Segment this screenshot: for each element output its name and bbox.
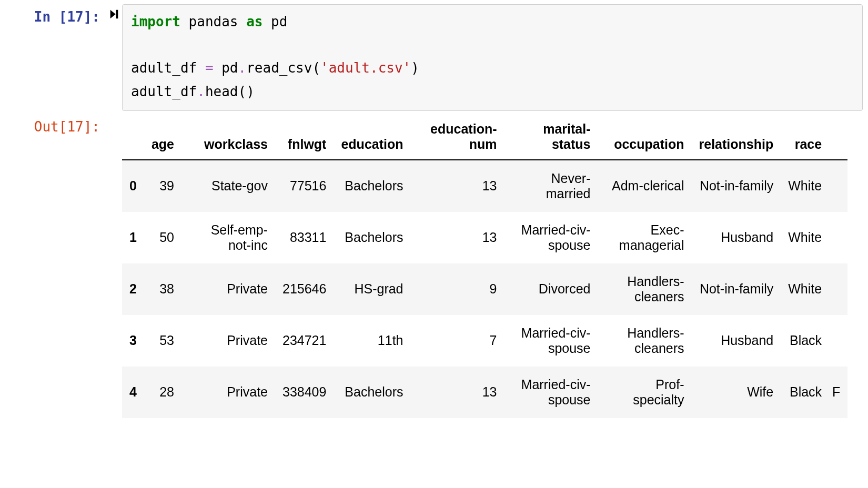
code-token: .: [197, 84, 205, 99]
run-cell-gutter[interactable]: [106, 4, 122, 111]
run-to-end-icon[interactable]: [108, 9, 120, 24]
code-editor[interactable]: import pandas as pd adult_df = pd.read_c…: [122, 4, 863, 111]
table-cell: White: [781, 212, 829, 263]
in-prompt: In [17]:: [5, 4, 106, 111]
code-token: .: [238, 60, 247, 76]
gutter-spacer: [106, 114, 122, 418]
table-cell: 38: [144, 263, 181, 315]
table-cell: Never-married: [504, 160, 598, 212]
table-cell: 215646: [275, 263, 334, 315]
table-cell: Not-in-family: [692, 263, 781, 315]
table-cell: Private: [181, 367, 275, 418]
table-cell: 7: [411, 315, 504, 367]
table-row: 238Private215646HS-grad9DivorcedHandlers…: [122, 263, 847, 315]
table-cell: Handlers-cleaners: [598, 315, 692, 367]
column-header: education: [334, 114, 410, 160]
table-cell: 77516: [275, 160, 334, 212]
table-cell: 9: [411, 263, 504, 315]
table-cell: Private: [181, 315, 275, 367]
row-index: 1: [122, 212, 144, 263]
table-cell: Not-in-family: [692, 160, 781, 212]
table-cell-partial: [829, 263, 847, 315]
table-cell: Wife: [692, 367, 781, 418]
table-cell: Married-civ-spouse: [504, 315, 598, 367]
svg-rect-0: [116, 10, 118, 19]
table-cell: Black: [781, 315, 829, 367]
table-cell: 39: [144, 160, 181, 212]
column-header: relationship: [692, 114, 781, 160]
column-header: fnlwgt: [275, 114, 334, 160]
table-cell: Bachelors: [334, 367, 410, 418]
table-cell: Husband: [692, 315, 781, 367]
column-header: marital-status: [504, 114, 598, 160]
index-header: [122, 114, 144, 160]
column-header: race: [781, 114, 829, 160]
table-cell-partial: F: [829, 367, 847, 418]
table-header-row: ageworkclassfnlwgteducationeducation-num…: [122, 114, 847, 160]
table-cell: 234721: [275, 315, 334, 367]
in-prompt-label: In [17]:: [34, 9, 100, 25]
output-cell: Out[17]: ageworkclassfnlwgteducationeduc…: [5, 114, 863, 418]
table-cell: Bachelors: [334, 160, 410, 212]
column-header: workclass: [181, 114, 275, 160]
dataframe-scroll-container[interactable]: ageworkclassfnlwgteducationeducation-num…: [122, 114, 863, 418]
table-cell: Black: [781, 367, 829, 418]
column-header: education-num: [411, 114, 504, 160]
code-token: import: [131, 14, 180, 29]
table-cell: 13: [411, 212, 504, 263]
table-cell: Self-emp-not-inc: [181, 212, 275, 263]
notebook: In [17]: import pandas as pd adult_df = …: [0, 0, 868, 429]
table-cell: Private: [181, 263, 275, 315]
table-row: 150Self-emp-not-inc83311Bachelors13Marri…: [122, 212, 847, 263]
table-cell: Exec-managerial: [598, 212, 692, 263]
table-cell: Adm-clerical: [598, 160, 692, 212]
table-cell-partial: [829, 160, 847, 212]
table-cell: 338409: [275, 367, 334, 418]
code-token: =: [205, 60, 214, 76]
table-cell: State-gov: [181, 160, 275, 212]
row-index: 2: [122, 263, 144, 315]
row-index: 4: [122, 367, 144, 418]
row-index: 3: [122, 315, 144, 367]
column-header: age: [144, 114, 181, 160]
table-cell: 53: [144, 315, 181, 367]
table-row: 353Private23472111th7Married-civ-spouseH…: [122, 315, 847, 367]
dataframe-table: ageworkclassfnlwgteducationeducation-num…: [122, 114, 847, 418]
code-token: 'adult.csv': [320, 60, 411, 76]
out-prompt: Out[17]:: [5, 114, 106, 418]
table-cell: Married-civ-spouse: [504, 212, 598, 263]
table-cell: Prof-specialty: [598, 367, 692, 418]
column-header-partial: [829, 114, 847, 160]
table-row: 428Private338409Bachelors13Married-civ-s…: [122, 367, 847, 418]
table-body: 039State-gov77516Bachelors13Never-marrie…: [122, 160, 847, 418]
table-cell: 28: [144, 367, 181, 418]
table-cell: Married-civ-spouse: [504, 367, 598, 418]
row-index: 0: [122, 160, 144, 212]
table-cell: 83311: [275, 212, 334, 263]
code-token: as: [246, 14, 263, 29]
out-prompt-label: Out[17]:: [34, 119, 100, 135]
table-cell-partial: [829, 212, 847, 263]
code-cell: In [17]: import pandas as pd adult_df = …: [5, 4, 863, 111]
table-cell-partial: [829, 315, 847, 367]
table-cell: 13: [411, 367, 504, 418]
table-cell: 11th: [334, 315, 410, 367]
table-cell: Divorced: [504, 263, 598, 315]
table-cell: White: [781, 263, 829, 315]
table-cell: Husband: [692, 212, 781, 263]
table-cell: HS-grad: [334, 263, 410, 315]
table-cell: White: [781, 160, 829, 212]
table-cell: 50: [144, 212, 181, 263]
table-cell: Bachelors: [334, 212, 410, 263]
table-cell: 13: [411, 160, 504, 212]
table-row: 039State-gov77516Bachelors13Never-marrie…: [122, 160, 847, 212]
table-cell: Handlers-cleaners: [598, 263, 692, 315]
column-header: occupation: [598, 114, 692, 160]
